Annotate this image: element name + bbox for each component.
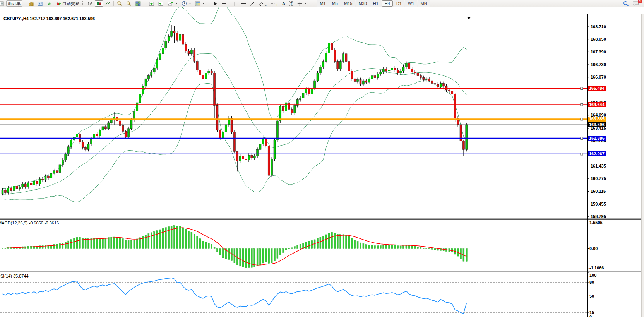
line-handle[interactable]: [581, 87, 583, 90]
templates-button[interactable]: [194, 0, 206, 7]
price-tick-label: 168.050: [591, 37, 606, 41]
line-chart-icon: [105, 1, 110, 6]
clock-icon: [182, 1, 187, 6]
timeframe-button-H1[interactable]: H1: [370, 0, 381, 7]
chart-canvas[interactable]: [0, 7, 644, 317]
auto-scroll-button[interactable]: [147, 0, 156, 7]
zoom-out-icon: [126, 1, 132, 6]
toolbar-drag-handle: [310, 1, 312, 6]
zoom-in-icon: [117, 1, 122, 6]
price-tick-label: 161.435: [591, 164, 606, 168]
price-tag-163.885: 163.885: [588, 117, 606, 122]
auto-trading-icon: [56, 1, 61, 6]
toolbar-drag-handle: [144, 1, 146, 6]
timeframe-button-D1[interactable]: D1: [394, 0, 404, 7]
toolbar-drag-handle: [82, 1, 84, 6]
bar-chart-icon: [87, 1, 92, 6]
timeframe-toolbar: M1M5M15M30H1H4D1W1MN: [317, 0, 430, 7]
timeframe-button-H4[interactable]: H4: [382, 0, 393, 7]
equidistant-channel-button[interactable]: E: [257, 0, 268, 7]
chart-title: GBPJPY-,H4 162.717 163.697 162.671 163.5…: [3, 16, 95, 21]
indicators-button[interactable]: [166, 0, 179, 7]
price-tag-164.644: 164.644: [588, 102, 606, 107]
toolbar-drag-handle: [24, 1, 26, 6]
chart-shift-icon: [158, 1, 164, 6]
dropdown-caret: [189, 3, 191, 4]
templates-icon: [195, 1, 200, 6]
cursor-button[interactable]: [211, 0, 219, 7]
price-tick-label: 167.390: [591, 50, 606, 54]
channel-e-glyph: E: [265, 3, 267, 6]
new-order-label: 新订单: [8, 1, 21, 7]
document-icon: [0, 0, 5, 7]
chart-shift-button[interactable]: [157, 0, 165, 7]
text-button[interactable]: A: [281, 0, 287, 7]
cursor-icon: [213, 1, 218, 6]
charts-gold-button[interactable]: [27, 0, 35, 7]
price-tag-162.886: 162.886: [588, 136, 606, 141]
top-toolbar: 新订单 自动交易: [0, 0, 644, 7]
auto-trading-label: 自动交易: [62, 1, 79, 7]
rsi-tick-label: 100: [589, 273, 596, 278]
horizontal-line-button[interactable]: [239, 0, 248, 7]
signals-button[interactable]: [45, 0, 54, 7]
bar-chart-button[interactable]: [86, 0, 94, 7]
trendline-button[interactable]: [248, 0, 257, 7]
toolbar-separator: [230, 1, 230, 6]
rsi-tick-label: 0: [589, 315, 592, 317]
candlestick-chart-button[interactable]: [95, 0, 103, 7]
price-tick-label: 159.455: [591, 202, 606, 206]
notifications-button[interactable]: 1: [631, 0, 641, 7]
dropdown-caret: [175, 3, 178, 4]
toolbar-drag-handle: [208, 1, 210, 6]
dropdown-caret: [202, 3, 205, 4]
arrows-shapes-icon: [297, 1, 302, 6]
line-handle[interactable]: [581, 153, 583, 155]
price-tick-label: 160.775: [591, 176, 606, 181]
search-button[interactable]: [622, 0, 630, 7]
tile-windows-button[interactable]: [134, 0, 142, 7]
search-icon: [623, 1, 629, 7]
chart-shift-marker[interactable]: [467, 17, 471, 19]
auto-trading-button[interactable]: 自动交易: [55, 0, 81, 7]
candlestick-icon: [96, 1, 101, 6]
line-handle[interactable]: [581, 137, 583, 139]
macd-tick-label: 1.5505: [589, 220, 603, 225]
timeframe-button-M15[interactable]: M15: [341, 0, 355, 7]
price-tag-165.484: 165.484: [588, 86, 606, 91]
price-tick-label: 166.070: [591, 75, 606, 79]
crosshair-button[interactable]: [220, 0, 228, 7]
vertical-line-button[interactable]: [231, 0, 238, 7]
horizontal-line-icon: [240, 1, 246, 6]
line-handle[interactable]: [581, 103, 583, 106]
rsi-tick-label: 15: [589, 310, 594, 315]
price-tick-label: 166.730: [591, 62, 606, 67]
zoom-in-button[interactable]: [115, 0, 124, 7]
text-label-button[interactable]: T: [288, 0, 295, 7]
terminal-icon: [38, 1, 43, 6]
line-chart-button[interactable]: [104, 0, 112, 7]
fibonacci-f-glyph: F: [277, 3, 278, 6]
signals-icon: [47, 1, 52, 6]
rsi-label: RSI(14) 35.8744: [0, 274, 29, 278]
notification-badge: 1: [638, 0, 642, 3]
shapes-button[interactable]: [296, 0, 308, 7]
timeframe-button-MN[interactable]: MN: [418, 0, 430, 7]
timeframe-button-M5[interactable]: M5: [329, 0, 341, 7]
rsi-tick-label: 50: [589, 294, 594, 298]
timeframe-button-M30[interactable]: M30: [356, 0, 369, 7]
terminal-button[interactable]: [36, 0, 45, 7]
auto-scroll-icon: [149, 1, 154, 6]
price-tick-label: 168.710: [591, 24, 606, 29]
timeframe-button-W1[interactable]: W1: [405, 0, 417, 7]
new-order-button[interactable]: 新订单: [6, 0, 22, 7]
price-tick-label: 158.795: [591, 214, 606, 219]
tile-windows-icon: [135, 1, 141, 6]
periods-button[interactable]: [180, 0, 193, 7]
toolbar-separator: [113, 1, 114, 6]
dropdown-caret: [304, 3, 307, 4]
zoom-out-button[interactable]: [125, 0, 133, 7]
timeframe-button-M1[interactable]: M1: [317, 0, 328, 7]
line-handle[interactable]: [581, 118, 583, 120]
fibonacci-button[interactable]: F: [269, 0, 280, 7]
